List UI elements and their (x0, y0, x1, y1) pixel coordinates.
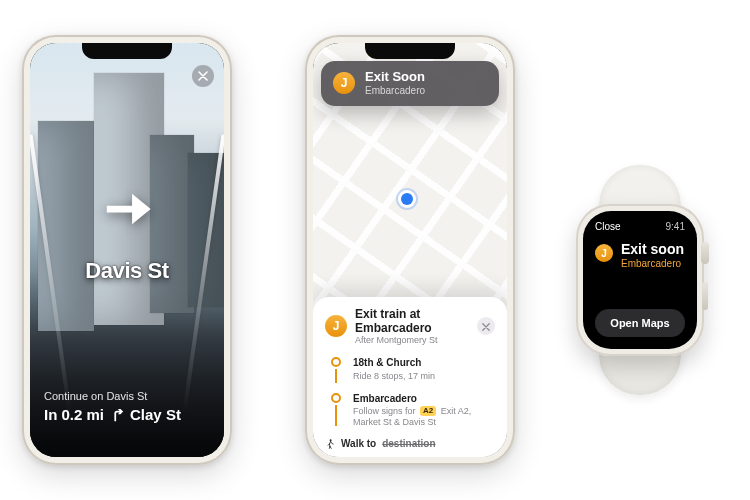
next-distance: In 0.2 mi (44, 406, 104, 423)
stop-node-icon (331, 357, 341, 367)
digital-crown[interactable] (701, 242, 709, 264)
notification-subtitle: Embarcadero (621, 258, 684, 269)
transit-step: 18th & Church Ride 8 stops, 17 min (329, 353, 495, 389)
toast-subtitle: Embarcadero (365, 85, 425, 97)
svg-point-0 (330, 439, 332, 441)
user-location-dot (401, 193, 413, 205)
close-card-button[interactable] (477, 317, 495, 335)
walk-label: Walk to (341, 438, 376, 449)
side-button[interactable] (702, 282, 708, 310)
exit-notification-toast[interactable]: J Exit Soon Embarcadero (321, 61, 499, 106)
ar-screen: Davis St Continue on Davis St In 0.2 mi … (30, 43, 224, 457)
close-button[interactable] (192, 65, 214, 87)
step-desc: Follow signs for A2 Exit A2, Market St &… (353, 406, 495, 429)
transit-step: Embarcadero Follow signs for A2 Exit A2,… (329, 389, 495, 432)
stop-node-icon (331, 393, 341, 403)
next-instruction: In 0.2 mi Clay St (44, 406, 210, 423)
open-maps-button[interactable]: Open Maps (595, 309, 685, 337)
close-icon (198, 67, 208, 85)
toast-title: Exit Soon (365, 70, 425, 85)
map-screen: J Exit Soon Embarcadero J Exit train at … (313, 43, 507, 457)
card-title: Exit train at Embarcadero (355, 307, 469, 335)
line-badge: J (333, 72, 355, 94)
watch-screen: Close 9:41 J Exit soon Embarcadero Open … (583, 211, 697, 349)
line-badge: J (595, 244, 613, 262)
turn-right-icon (110, 408, 124, 422)
time-label: 9:41 (666, 221, 685, 232)
transit-card[interactable]: J Exit train at Embarcadero After Montgo… (313, 297, 507, 457)
ar-footer: Continue on Davis St In 0.2 mi Clay St (30, 374, 224, 457)
iphone-notch (365, 43, 455, 59)
walk-step: Walk to destination (325, 438, 495, 449)
close-icon (482, 317, 490, 335)
card-subtitle: After Montgomery St (355, 335, 469, 345)
apple-watch: Close 9:41 J Exit soon Embarcadero Open … (550, 165, 730, 395)
ride-info: Ride 8 stops, 17 min (353, 371, 495, 382)
step-title: 18th & Church (353, 357, 495, 370)
notification-title: Exit soon (621, 242, 684, 257)
current-street-label: Davis St (85, 258, 168, 284)
direction-arrow-icon (100, 182, 154, 236)
watch-case: Close 9:41 J Exit soon Embarcadero Open … (576, 204, 704, 356)
next-street: Clay St (130, 406, 181, 423)
transit-steps: 18th & Church Ride 8 stops, 17 min Embar… (325, 353, 495, 432)
iphone-transit-map: J Exit Soon Embarcadero J Exit train at … (305, 35, 515, 465)
walk-icon (325, 439, 335, 449)
watch-notification: J Exit soon Embarcadero (595, 242, 685, 269)
continue-instruction: Continue on Davis St (44, 390, 210, 402)
close-button[interactable]: Close (595, 221, 621, 232)
iphone-notch (82, 43, 172, 59)
step-title: Embarcadero (353, 393, 495, 406)
device-lineup: Davis St Continue on Davis St In 0.2 mi … (0, 0, 750, 500)
exit-tag: A2 (420, 406, 436, 416)
iphone-ar-navigation: Davis St Continue on Davis St In 0.2 mi … (22, 35, 232, 465)
line-badge: J (325, 315, 347, 337)
walk-destination: destination (382, 438, 435, 449)
